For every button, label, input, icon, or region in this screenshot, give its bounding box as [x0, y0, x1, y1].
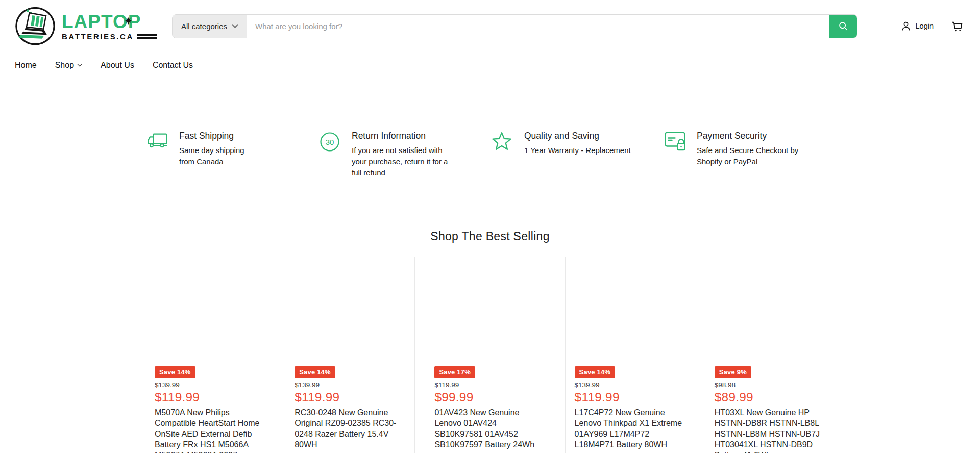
sale-price: $89.99: [715, 390, 825, 405]
product-grid: Save 14% $139.99 $119.99 M5070A New Phil…: [145, 257, 835, 453]
nav-label: Contact Us: [153, 61, 193, 70]
product-image[interactable]: [566, 257, 695, 366]
feature-title: Payment Security: [697, 131, 801, 141]
nav-label: About Us: [101, 61, 134, 70]
nav-label: Home: [15, 61, 37, 70]
product-card[interactable]: Save 14% $139.99 $119.99 M5070A New Phil…: [145, 257, 275, 453]
search-button[interactable]: [829, 15, 857, 38]
original-price: $98.98: [715, 381, 825, 389]
main-nav: Home Shop About Us Contact Us: [0, 52, 980, 79]
features-row: Fast Shipping Same day shipping from Can…: [145, 131, 835, 179]
categories-label: All categories: [181, 22, 227, 31]
search-icon: [838, 20, 849, 32]
sale-badge: Save 14%: [575, 366, 616, 378]
product-title[interactable]: 01AV423 New Genuine Lenovo 01AV424 SB10K…: [434, 407, 545, 450]
feature-return-information: 30 Return Information If you are not sat…: [317, 131, 490, 179]
search-input[interactable]: [247, 15, 829, 38]
feature-quality-and-saving: Quality and Saving 1 Year Warranty - Rep…: [490, 131, 663, 179]
header: LAPTOP BATTERIES.CA All categories: [0, 0, 980, 52]
logo-lines-decoration: [137, 34, 157, 39]
login-label: Login: [916, 22, 934, 30]
nav-label: Shop: [55, 61, 74, 70]
product-card[interactable]: Save 14% $139.99 $119.99 RC30-0248 New G…: [285, 257, 415, 453]
feature-title: Return Information: [352, 131, 452, 141]
original-price: $139.99: [295, 381, 405, 389]
chevron-down-icon: [232, 24, 238, 28]
product-card[interactable]: Save 9% $98.98 $89.99 HT03XL New Genuine…: [705, 257, 835, 453]
sale-badge: Save 14%: [155, 366, 195, 378]
nav-item-about-us[interactable]: About Us: [101, 61, 134, 70]
original-price: $139.99: [155, 381, 265, 389]
return-30-icon: 30: [320, 131, 342, 179]
sale-price: $119.99: [295, 390, 405, 405]
product-image[interactable]: [145, 257, 275, 366]
svg-text:30: 30: [326, 138, 334, 146]
sale-price: $99.99: [434, 390, 545, 405]
sale-price: $119.99: [575, 390, 685, 405]
login-button[interactable]: Login: [900, 20, 934, 32]
nav-item-home[interactable]: Home: [15, 61, 37, 70]
nav-item-shop[interactable]: Shop: [55, 61, 82, 70]
chevron-down-icon: [77, 64, 82, 67]
best-selling-heading: Shop The Best Selling: [0, 230, 980, 243]
payment-card-lock-icon: [665, 131, 687, 179]
feature-subtitle: Same day shipping from Canada: [179, 145, 260, 167]
sale-badge: Save 17%: [434, 366, 475, 378]
categories-dropdown[interactable]: All categories: [173, 15, 247, 38]
original-price: $139.99: [575, 381, 685, 389]
sale-badge: Save 14%: [295, 366, 335, 378]
truck-icon: [147, 131, 169, 179]
sale-price: $119.99: [155, 390, 265, 405]
product-image[interactable]: [285, 257, 414, 366]
feature-fast-shipping: Fast Shipping Same day shipping from Can…: [145, 131, 317, 179]
site-logo[interactable]: LAPTOP BATTERIES.CA: [15, 6, 157, 46]
user-icon: [900, 20, 912, 32]
laptop-logo-icon: [15, 6, 56, 46]
cart-icon: [951, 20, 964, 33]
product-title[interactable]: HT03XL New Genuine HP HSTNN-DB8R HSTNN-L…: [715, 407, 825, 453]
product-card[interactable]: Save 17% $119.99 $99.99 01AV423 New Genu…: [425, 257, 555, 453]
feature-title: Quality and Saving: [524, 131, 631, 141]
product-title[interactable]: L17C4P72 New Genuine Lenovo Thinkpad X1 …: [575, 407, 685, 450]
product-card[interactable]: Save 14% $139.99 $119.99 L17C4P72 New Ge…: [565, 257, 695, 453]
product-image[interactable]: [705, 257, 835, 366]
product-image[interactable]: [425, 257, 554, 366]
original-price: $119.99: [434, 381, 545, 389]
feature-subtitle: If you are not satisfied with your purch…: [352, 145, 452, 179]
brand-suffix: BATTERIES.CA: [62, 33, 134, 40]
cart-button[interactable]: [951, 20, 964, 33]
star-icon: [492, 131, 514, 179]
feature-subtitle: 1 Year Warranty - Replacement: [524, 145, 631, 156]
feature-payment-security: Payment Security Safe and Secure Checkou…: [663, 131, 835, 179]
feature-title: Fast Shipping: [179, 131, 260, 141]
maple-leaf-icon: [125, 17, 132, 25]
product-title[interactable]: RC30-0248 New Genuine Original RZ09-0238…: [295, 407, 405, 450]
feature-subtitle: Safe and Secure Checkout by Shopify or P…: [697, 145, 801, 167]
nav-item-contact-us[interactable]: Contact Us: [153, 61, 193, 70]
search-bar: All categories: [172, 14, 857, 38]
sale-badge: Save 9%: [715, 366, 751, 378]
product-title[interactable]: M5070A New Philips Compatible HeartStart…: [155, 407, 265, 453]
